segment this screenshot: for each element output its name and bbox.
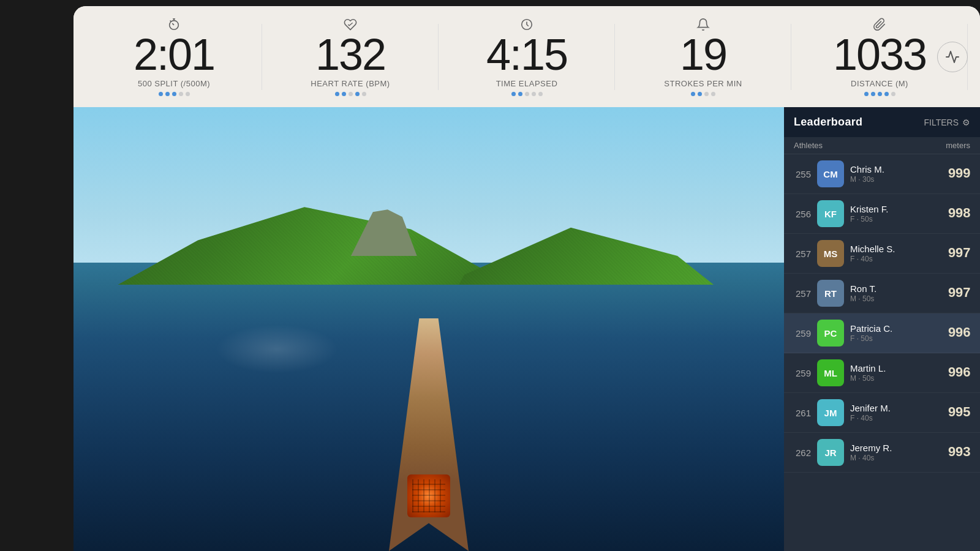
athlete-meters: 993 bbox=[948, 445, 970, 460]
strokes-label: STROKES PER MIN bbox=[664, 79, 742, 88]
leaderboard-row[interactable]: 256 KF Kristen F. F · 50s 998 bbox=[784, 194, 980, 234]
clock-icon bbox=[520, 18, 533, 31]
leaderboard-row[interactable]: 262 JR Jeremy R. M · 40s 993 bbox=[784, 433, 980, 473]
athlete-name: Chris M. bbox=[850, 164, 941, 174]
athlete-avatar: MS bbox=[817, 240, 844, 267]
athlete-meta: M · 30s bbox=[850, 175, 941, 184]
split-dots bbox=[159, 92, 190, 96]
athlete-info: Jeremy R. M · 40s bbox=[850, 443, 941, 462]
distance-dots bbox=[864, 92, 895, 96]
athlete-info: Michelle S. F · 40s bbox=[850, 244, 941, 263]
svg-line-1 bbox=[170, 20, 172, 21]
time-value: 4:15 bbox=[486, 32, 567, 77]
split-label: 500 SPLIT (/500M) bbox=[138, 79, 210, 88]
rowing-scene bbox=[74, 107, 784, 551]
graph-button[interactable] bbox=[937, 42, 968, 72]
athlete-meta: M · 50s bbox=[850, 374, 941, 383]
time-dots bbox=[511, 92, 543, 96]
stat-strokes[interactable]: 19 STROKES PER MIN bbox=[615, 18, 791, 96]
rank-number: 257 bbox=[794, 288, 811, 299]
athlete-meta: M · 40s bbox=[850, 454, 941, 462]
distance-label: DISTANCE (M) bbox=[851, 79, 908, 88]
athlete-name: Ron T. bbox=[850, 283, 941, 294]
filters-icon: ⚙ bbox=[962, 118, 970, 127]
athlete-meters: 999 bbox=[948, 167, 970, 182]
stats-bar: 2:01 500 SPLIT (/500M) 132 HEART RATE (B… bbox=[74, 6, 980, 107]
rank-number: 257 bbox=[794, 249, 811, 259]
timer-icon bbox=[167, 18, 181, 31]
athlete-meters: 998 bbox=[948, 206, 970, 222]
athlete-name: Jenifer M. bbox=[850, 403, 941, 413]
heart-icon bbox=[344, 18, 357, 31]
stat-time[interactable]: 4:15 TIME ELAPSED bbox=[439, 18, 615, 96]
leaderboard-row[interactable]: 259 PC Patricia C. F · 50s 996 bbox=[784, 313, 980, 353]
athlete-info: Jenifer M. F · 40s bbox=[850, 403, 941, 422]
bell-icon bbox=[696, 18, 710, 31]
leaderboard-row[interactable]: 257 MS Michelle S. F · 40s 997 bbox=[784, 234, 980, 274]
strokes-value: 19 bbox=[680, 32, 726, 77]
boat-grid bbox=[412, 479, 445, 512]
athlete-name: Michelle S. bbox=[850, 244, 941, 254]
leaderboard-rows: 255 CM Chris M. M · 30s 999 256 KF Krist… bbox=[784, 154, 980, 473]
athlete-info: Ron T. M · 50s bbox=[850, 283, 941, 303]
athlete-avatar: JR bbox=[817, 439, 844, 466]
leaderboard-col-headers: Athletes meters bbox=[784, 137, 980, 154]
athlete-avatar: ML bbox=[817, 359, 844, 386]
athlete-name: Kristen F. bbox=[850, 204, 941, 214]
col-athletes-label: Athletes bbox=[794, 141, 823, 150]
rank-number: 256 bbox=[794, 209, 811, 219]
leaderboard-header: Leaderboard FILTERS ⚙ bbox=[784, 107, 980, 137]
athlete-meta: F · 50s bbox=[850, 215, 941, 223]
leaderboard-row[interactable]: 259 ML Martin L. M · 50s 996 bbox=[784, 353, 980, 393]
split-value: 2:01 bbox=[134, 32, 214, 77]
athlete-meters: 995 bbox=[948, 405, 970, 421]
athlete-info: Patricia C. F · 50s bbox=[850, 323, 941, 343]
distance-value: 1033 bbox=[833, 32, 926, 77]
athlete-info: Chris M. M · 30s bbox=[850, 164, 941, 184]
athlete-meta: M · 50s bbox=[850, 294, 941, 303]
paperclip-icon bbox=[873, 18, 886, 31]
leaderboard: Leaderboard FILTERS ⚙ Athletes meters 25… bbox=[784, 107, 980, 551]
athlete-meta: F · 40s bbox=[850, 414, 941, 422]
athlete-meters: 996 bbox=[948, 365, 970, 381]
rank-number: 259 bbox=[794, 328, 811, 339]
athlete-name: Martin L. bbox=[850, 363, 941, 373]
filters-label: FILTERS bbox=[924, 118, 959, 127]
leaderboard-title: Leaderboard bbox=[794, 116, 862, 129]
athlete-meta: F · 40s bbox=[850, 255, 941, 263]
device-frame: 2:01 500 SPLIT (/500M) 132 HEART RATE (B… bbox=[74, 6, 980, 551]
athlete-meters: 996 bbox=[948, 326, 970, 341]
leaderboard-row[interactable]: 257 RT Ron T. M · 50s 997 bbox=[784, 274, 980, 313]
rank-number: 255 bbox=[794, 169, 811, 179]
athlete-info: Martin L. M · 50s bbox=[850, 363, 941, 383]
stat-heartrate[interactable]: 132 HEART RATE (BPM) bbox=[262, 18, 439, 96]
athlete-avatar: JM bbox=[817, 399, 844, 426]
water-ripples bbox=[216, 324, 338, 373]
heartrate-dots bbox=[335, 92, 366, 96]
athlete-avatar: PC bbox=[817, 320, 844, 347]
rank-number: 262 bbox=[794, 448, 811, 458]
filters-button[interactable]: FILTERS ⚙ bbox=[924, 118, 970, 127]
athlete-avatar: KF bbox=[817, 200, 844, 227]
heartrate-value: 132 bbox=[315, 32, 385, 77]
athlete-info: Kristen F. F · 50s bbox=[850, 204, 941, 223]
strokes-dots bbox=[691, 92, 715, 96]
time-label: TIME ELAPSED bbox=[496, 79, 558, 88]
rank-number: 259 bbox=[794, 368, 811, 378]
athlete-name: Patricia C. bbox=[850, 323, 941, 334]
athlete-name: Jeremy R. bbox=[850, 443, 941, 453]
leaderboard-row[interactable]: 261 JM Jenifer M. F · 40s 995 bbox=[784, 393, 980, 433]
athlete-meters: 997 bbox=[948, 286, 970, 301]
rank-number: 261 bbox=[794, 408, 811, 418]
athlete-avatar: CM bbox=[817, 160, 844, 187]
stat-split[interactable]: 2:01 500 SPLIT (/500M) bbox=[86, 18, 262, 96]
main-area: Leaderboard FILTERS ⚙ Athletes meters 25… bbox=[74, 107, 980, 551]
athlete-meters: 997 bbox=[948, 246, 970, 261]
heartrate-label: HEART RATE (BPM) bbox=[311, 79, 390, 88]
athlete-avatar: RT bbox=[817, 280, 844, 307]
leaderboard-row[interactable]: 255 CM Chris M. M · 30s 999 bbox=[784, 154, 980, 194]
col-meters-label: meters bbox=[946, 141, 970, 150]
graph-icon bbox=[945, 50, 960, 64]
athlete-meta: F · 50s bbox=[850, 334, 941, 343]
boat-detail bbox=[407, 474, 450, 517]
